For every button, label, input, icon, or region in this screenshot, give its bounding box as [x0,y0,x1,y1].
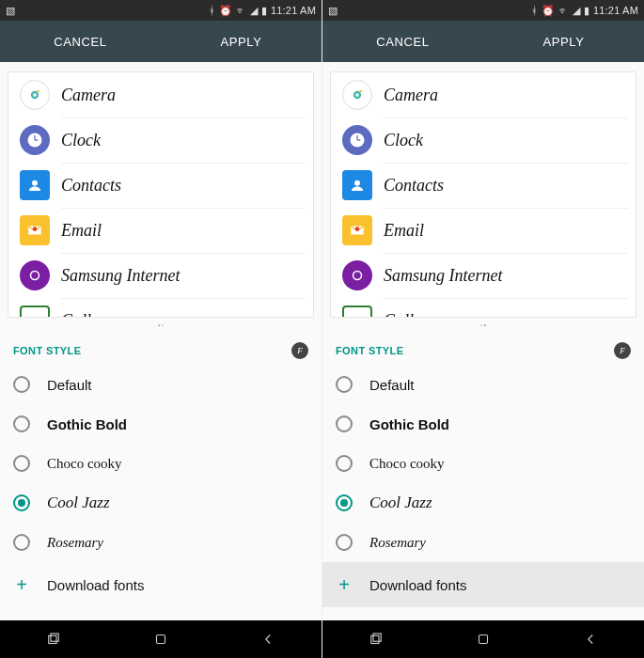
phone-screen-1: ▧ ᚼ ⏰ ᯤ ◢ ▮ 11:21 AM CANCEL APPLY Camera… [0,0,322,658]
back-button[interactable] [214,620,322,658]
svg-rect-13 [157,635,165,644]
font-option-default[interactable]: Default [0,365,322,404]
preview-app-row: Samsung Internet [8,253,313,298]
app-label: Gallery [61,311,113,318]
font-label: Cool Jazz [369,494,432,512]
home-button[interactable] [107,620,214,658]
font-label: Gothic Bold [47,416,127,432]
status-bar: ▧ ᚼ ⏰ ᯤ ◢ ▮ 11:21 AM [322,0,644,21]
preview-app-row: Clock [331,118,636,163]
download-fonts-button[interactable]: + Download fonts [322,562,644,607]
font-label: Rosemary [369,535,426,551]
app-label: Clock [384,131,423,150]
gallery-icon [342,306,372,318]
app-label: Clock [61,131,101,150]
image-icon: ▧ [6,5,15,17]
app-label: Email [61,221,102,241]
preview-app-row: Gallery [8,298,313,318]
font-preview: Camera Clock Contacts Email Samsung Inte… [0,62,322,318]
action-bar: CANCEL APPLY [0,21,322,62]
font-label: Cool Jazz [47,494,110,512]
home-button[interactable] [430,620,537,658]
font-option-rosemary[interactable]: Rosemary [0,523,322,562]
svg-point-20 [354,180,360,186]
font-option-rosemary[interactable]: Rosemary [322,523,644,562]
font-list: Default Gothic Bold Choco cooky Cool Jaz… [322,365,644,562]
font-option-choco-cooky[interactable]: Choco cooky [322,444,644,483]
plus-icon: + [13,574,30,596]
wifi-icon: ᯤ [558,5,569,16]
font-label: Gothic Bold [369,416,449,432]
camera-icon [342,80,372,110]
svg-rect-2 [38,90,40,92]
radio-icon [13,534,30,551]
preview-app-row: Camera [8,72,313,118]
back-button[interactable] [537,620,644,658]
page-indicator: ▪ ▫ [0,318,322,333]
section-title: FONT STYLE [336,345,403,356]
internet-icon [342,260,372,290]
font-label: Default [369,377,415,393]
radio-icon [13,455,30,472]
download-fonts-button[interactable]: + Download fonts [0,562,322,607]
email-icon [20,215,50,245]
cancel-button[interactable]: CANCEL [322,21,483,62]
recents-button[interactable] [0,620,107,658]
font-list: Default Gothic Bold Choco cooky Cool Jaz… [0,365,322,562]
font-option-default[interactable]: Default [322,365,644,404]
preview-app-row: Contacts [331,163,636,208]
svg-rect-27 [479,635,488,644]
svg-point-6 [32,180,38,186]
apply-button[interactable]: APPLY [161,21,322,62]
phone-screen-2: ▧ ᚼ ⏰ ᯤ ◢ ▮ 11:21 AM CANCEL APPLY Camera… [322,0,644,658]
flipfont-icon[interactable]: F [614,342,631,359]
alarm-icon: ⏰ [542,5,555,17]
camera-icon [20,80,50,110]
svg-point-1 [33,93,36,96]
action-bar: CANCEL APPLY [322,21,644,62]
email-icon [342,215,372,245]
app-label: Gallery [384,311,435,318]
svg-rect-25 [371,635,379,643]
font-option-choco-cooky[interactable]: Choco cooky [0,444,322,483]
battery-icon: ▮ [261,5,267,17]
app-label: Samsung Internet [384,266,502,286]
status-time: 11:21 AM [271,5,316,16]
radio-icon [336,376,353,393]
nav-bar [0,620,322,658]
preview-app-row: Email [331,208,636,253]
font-option-gothic-bold[interactable]: Gothic Bold [0,404,322,444]
radio-icon [336,534,353,551]
apply-button[interactable]: APPLY [483,21,644,62]
section-title: FONT STYLE [13,345,81,356]
svg-rect-12 [51,634,58,641]
section-header: FONT STYLE F [0,333,322,365]
nav-bar [322,620,644,658]
radio-icon [336,415,353,432]
app-label: Camera [384,86,438,105]
svg-rect-16 [360,90,363,92]
download-label: Download fonts [47,577,144,593]
page-indicator: ▫ ▪ [322,318,644,333]
svg-point-8 [33,227,38,231]
app-label: Email [384,221,424,241]
status-time: 11:21 AM [593,5,638,16]
radio-icon [13,376,30,393]
flipfont-icon[interactable]: F [291,342,308,359]
preview-app-row: Gallery [331,298,636,318]
font-option-cool-jazz[interactable]: Cool Jazz [0,483,322,523]
signal-icon: ◢ [250,5,258,17]
preview-app-row: Clock [8,118,313,163]
cancel-button[interactable]: CANCEL [0,21,161,62]
font-label: Default [47,377,92,393]
download-label: Download fonts [369,577,466,593]
font-option-gothic-bold[interactable]: Gothic Bold [322,404,644,444]
recents-button[interactable] [322,620,430,658]
svg-rect-26 [373,634,381,641]
app-label: Camera [61,86,116,105]
bluetooth-icon: ᚼ [531,5,538,16]
contacts-icon [342,170,372,200]
status-bar: ▧ ᚼ ⏰ ᯤ ◢ ▮ 11:21 AM [0,0,322,21]
radio-icon-checked [336,494,353,511]
font-option-cool-jazz[interactable]: Cool Jazz [322,483,644,523]
